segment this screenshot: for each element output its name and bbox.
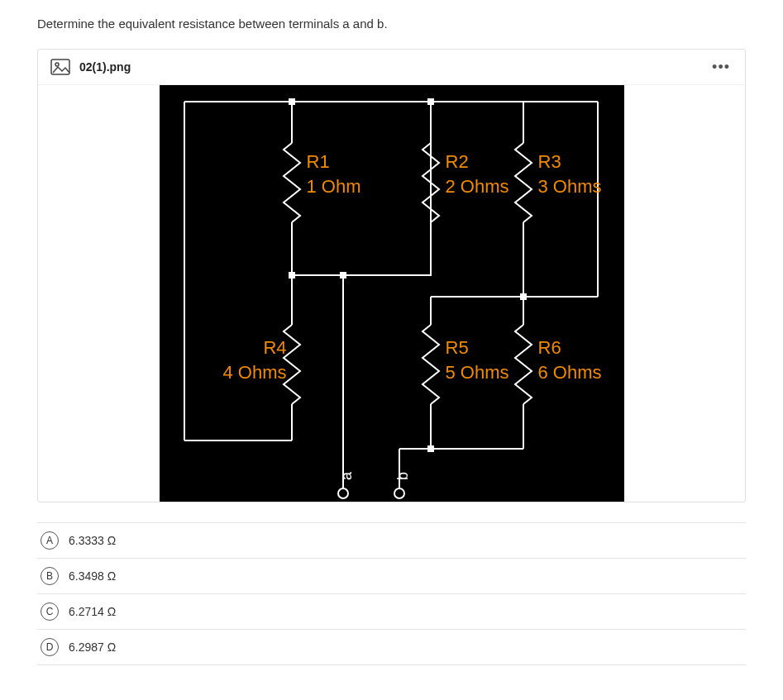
r4-name: R4 (246, 337, 287, 359)
answer-letter: B (41, 567, 59, 585)
svg-rect-5 (340, 272, 346, 279)
attachment-image-area: R1 1 Ohm R2 2 Ohms R3 3 Ohms R4 4 Ohms R… (38, 85, 745, 502)
svg-rect-3 (427, 98, 434, 105)
image-icon (50, 56, 71, 78)
r2-value: 2 Ohms (446, 176, 509, 198)
svg-rect-4 (289, 272, 295, 279)
answer-option-d[interactable]: D 6.2987 Ω (37, 630, 746, 665)
svg-rect-7 (427, 445, 434, 452)
r4-value: 4 Ohms (201, 362, 287, 383)
attachment-header: 02(1).png ••• (38, 50, 745, 85)
r3-value: 3 Ohms (538, 176, 602, 198)
answer-text: 6.3333 Ω (69, 534, 116, 547)
more-icon[interactable]: ••• (712, 59, 730, 76)
attachment-card: 02(1).png ••• (37, 49, 746, 502)
r5-value: 5 Ohms (446, 362, 509, 383)
question-text: Determine the equivalent resistance betw… (37, 17, 746, 31)
answer-list: A 6.3333 Ω B 6.3498 Ω C 6.2714 Ω D 6.298… (37, 522, 746, 665)
svg-rect-2 (289, 98, 295, 105)
answer-option-c[interactable]: C 6.2714 Ω (37, 594, 746, 630)
answer-text: 6.2987 Ω (69, 640, 116, 654)
circuit-diagram: R1 1 Ohm R2 2 Ohms R3 3 Ohms R4 4 Ohms R… (160, 85, 624, 502)
terminal-b-label: b (394, 472, 412, 480)
r1-name: R1 (307, 151, 330, 173)
attachment-filename: 02(1).png (79, 60, 131, 74)
answer-text: 6.3498 Ω (69, 569, 116, 583)
answer-letter: D (41, 638, 59, 656)
answer-text: 6.2714 Ω (69, 605, 116, 618)
r3-name: R3 (538, 151, 561, 173)
file-info: 02(1).png (50, 56, 131, 78)
svg-rect-6 (520, 293, 527, 300)
answer-option-b[interactable]: B 6.3498 Ω (37, 559, 746, 594)
r1-value: 1 Ohm (307, 176, 361, 198)
svg-point-1 (55, 63, 59, 66)
r2-name: R2 (446, 151, 469, 173)
r6-value: 6 Ohms (538, 362, 602, 383)
answer-letter: C (41, 602, 59, 621)
r6-name: R6 (538, 337, 561, 359)
svg-point-9 (394, 488, 404, 498)
r5-name: R5 (446, 337, 469, 359)
terminal-a-label: a (338, 472, 356, 480)
answer-letter: A (41, 531, 59, 550)
svg-point-8 (338, 488, 348, 498)
answer-option-a[interactable]: A 6.3333 Ω (37, 522, 746, 559)
